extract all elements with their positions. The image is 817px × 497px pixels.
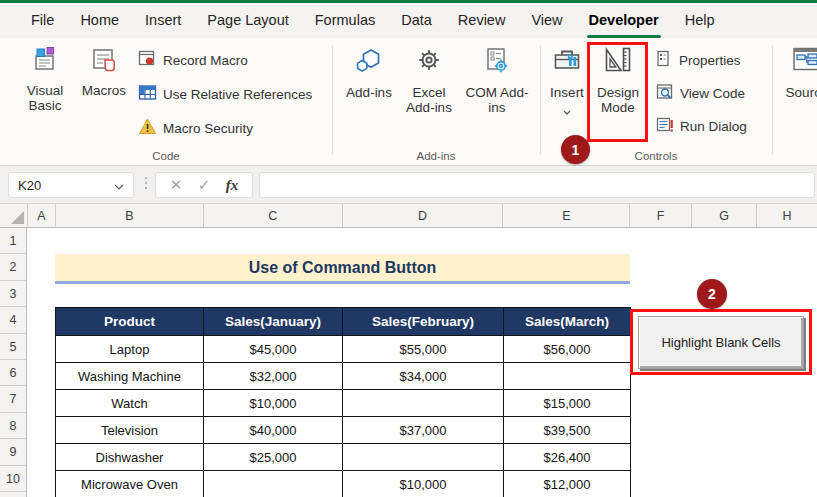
row-header-9[interactable]: 9: [0, 439, 26, 466]
cancel-icon[interactable]: ✕: [170, 176, 183, 194]
table-cell[interactable]: $45,000: [204, 336, 343, 363]
table-row: Laptop $45,000 $55,000 $56,000: [56, 336, 631, 363]
row-header-5[interactable]: 5: [0, 334, 26, 360]
visual-basic-button[interactable]: Visual Basic: [16, 46, 74, 113]
row-header-2[interactable]: 2: [0, 254, 26, 281]
name-box[interactable]: K20: [8, 172, 134, 198]
ribbon: Visual Basic Macros: [0, 38, 817, 166]
highlight-blank-cells-button[interactable]: Highlight Blank Cells: [638, 316, 804, 369]
tab-developer[interactable]: Developer: [576, 3, 672, 38]
table-cell[interactable]: $12,000: [504, 471, 631, 497]
column-header-d[interactable]: D: [343, 204, 504, 227]
macros-label: Macros: [82, 83, 126, 98]
header-cell-sales-january[interactable]: Sales(January): [204, 308, 343, 336]
table-cell[interactable]: [343, 444, 504, 471]
record-macro-label: Record Macro: [163, 53, 248, 68]
table-row: Washing Machine $32,000 $34,000: [56, 363, 631, 390]
column-header-a[interactable]: A: [28, 204, 56, 227]
row-header-10[interactable]: 10: [0, 466, 26, 492]
table-cell[interactable]: [504, 363, 631, 390]
column-header-c[interactable]: C: [204, 204, 343, 227]
table-cell[interactable]: $34,000: [343, 363, 504, 390]
worksheet-title-cell[interactable]: Use of Command Button: [55, 254, 630, 284]
tab-review[interactable]: Review: [445, 3, 519, 38]
chevron-down-icon[interactable]: [114, 178, 124, 193]
properties-button[interactable]: Properties: [656, 48, 741, 72]
formula-bar: K20 ✕ ✓ fx: [0, 166, 817, 204]
table-cell[interactable]: Television: [56, 417, 204, 444]
addins-button[interactable]: Add-ins: [344, 46, 394, 100]
run-dialog-button[interactable]: Run Dialog: [656, 114, 747, 138]
macro-security-label: Macro Security: [163, 121, 253, 136]
record-macro-button[interactable]: Record Macro: [138, 48, 248, 72]
table-cell[interactable]: $10,000: [343, 471, 504, 497]
column-header-b[interactable]: B: [56, 204, 204, 227]
tab-home[interactable]: Home: [67, 3, 132, 38]
table-cell[interactable]: $15,000: [504, 390, 631, 417]
table-cell[interactable]: $32,000: [204, 363, 343, 390]
formula-input[interactable]: [259, 172, 815, 198]
select-all-icon: [11, 211, 24, 224]
formula-bar-divider: [145, 177, 147, 189]
excel-addins-button[interactable]: Excel Add-ins: [398, 46, 460, 115]
row-header-7[interactable]: 7: [0, 386, 26, 413]
com-addins-button[interactable]: COM Add-ins: [462, 46, 532, 115]
visual-basic-icon: [31, 46, 59, 77]
column-header-g[interactable]: G: [692, 204, 757, 227]
insert-control-button[interactable]: Insert: [544, 46, 590, 118]
table-cell[interactable]: $55,000: [343, 336, 504, 363]
row-header-4[interactable]: 4: [0, 307, 26, 334]
tab-view[interactable]: View: [518, 3, 575, 38]
table-cell[interactable]: $40,000: [204, 417, 343, 444]
column-header-f[interactable]: F: [630, 204, 692, 227]
group-separator: [332, 46, 333, 154]
row-header-1[interactable]: 1: [0, 228, 26, 254]
row-header-8[interactable]: 8: [0, 413, 26, 439]
ribbon-tab-bar: File Home Insert Page Layout Formulas Da…: [0, 3, 817, 38]
column-header-e[interactable]: E: [503, 204, 630, 227]
addins-group-label: Add-ins: [332, 150, 540, 162]
table-cell[interactable]: $56,000: [504, 336, 631, 363]
table-cell[interactable]: $25,000: [204, 444, 343, 471]
row-header-3[interactable]: 3: [0, 281, 26, 307]
row-header-6[interactable]: 6: [0, 360, 26, 386]
table-cell[interactable]: [204, 471, 343, 497]
insert-function-icon[interactable]: fx: [226, 177, 239, 194]
column-headers: A B C D E F G H: [0, 204, 817, 228]
column-header-h[interactable]: H: [757, 204, 817, 227]
tab-data[interactable]: Data: [388, 3, 445, 38]
source-icon: [792, 46, 817, 79]
table-row: Microwave Oven $10,000 $12,000: [56, 471, 631, 497]
excel-addins-label: Excel Add-ins: [398, 85, 460, 115]
tab-insert[interactable]: Insert: [132, 3, 194, 38]
step-1-badge: 1: [561, 135, 590, 164]
tab-formulas[interactable]: Formulas: [302, 3, 388, 38]
header-cell-product[interactable]: Product: [56, 308, 204, 336]
macro-security-button[interactable]: Macro Security: [138, 116, 253, 140]
table-cell[interactable]: $10,000: [204, 390, 343, 417]
source-button[interactable]: Source: [778, 46, 817, 100]
tab-page-layout[interactable]: Page Layout: [194, 3, 301, 38]
macro-security-icon: [138, 117, 157, 139]
table-cell[interactable]: $26,400: [504, 444, 631, 471]
table-cell[interactable]: [343, 390, 504, 417]
table-cell[interactable]: $39,500: [504, 417, 631, 444]
table-cell[interactable]: Microwave Oven: [56, 471, 204, 497]
table-cell[interactable]: Laptop: [56, 336, 204, 363]
table-cell[interactable]: Dishwasher: [56, 444, 204, 471]
table-cell[interactable]: Watch: [56, 390, 204, 417]
tab-help[interactable]: Help: [672, 3, 728, 38]
view-code-button[interactable]: View Code: [656, 81, 745, 105]
tab-file[interactable]: File: [18, 3, 67, 38]
enter-icon[interactable]: ✓: [198, 176, 211, 194]
header-cell-sales-february[interactable]: Sales(February): [343, 308, 504, 336]
select-all-button[interactable]: [0, 204, 28, 227]
step-2-badge: 2: [697, 279, 727, 309]
use-relative-references-button[interactable]: Use Relative References: [138, 82, 312, 106]
table-cell[interactable]: Washing Machine: [56, 363, 204, 390]
use-relative-references-label: Use Relative References: [163, 87, 312, 102]
table-row: Television $40,000 $37,000 $39,500: [56, 417, 631, 444]
macros-button[interactable]: Macros: [77, 46, 131, 98]
table-cell[interactable]: $37,000: [343, 417, 504, 444]
header-cell-sales-march[interactable]: Sales(March): [504, 308, 631, 336]
